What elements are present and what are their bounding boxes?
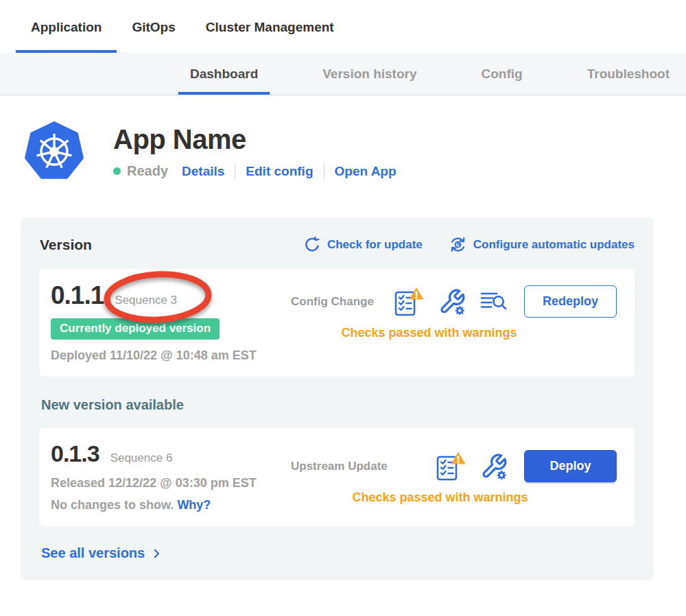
- released-timestamp: Released 12/12/22 @ 03:30 pm EST: [51, 476, 291, 490]
- current-version-number: 0.1.1: [51, 281, 104, 310]
- auto-update-schedule-icon: [449, 235, 467, 254]
- see-all-versions-label: See all versions: [41, 545, 145, 561]
- current-version-source: Config Change: [291, 295, 374, 309]
- version-section-title: Version: [40, 237, 92, 253]
- no-changes-label: No changes to show.: [51, 498, 174, 512]
- no-changes-text: No changes to show. Why?: [51, 498, 291, 512]
- divider: [324, 164, 324, 179]
- app-status-label: Ready: [127, 163, 168, 179]
- check-for-update-label: Check for update: [327, 238, 423, 252]
- current-checks-status: Checks passed with warnings: [291, 326, 617, 340]
- tab-cluster-management[interactable]: Cluster Management: [191, 0, 349, 53]
- tab-gitops-label: GitOps: [132, 20, 175, 35]
- tab-gitops[interactable]: GitOps: [117, 0, 190, 53]
- tab-version-history-label: Version history: [322, 67, 416, 82]
- available-version-sequence: Sequence 6: [110, 451, 173, 465]
- tab-troubleshoot-label: Troubleshoot: [587, 67, 670, 82]
- redeploy-button[interactable]: Redeploy: [524, 285, 617, 318]
- available-version-card: 0.1.3 Sequence 6 Released 12/12/22 @ 03:…: [40, 428, 635, 526]
- tab-dashboard[interactable]: Dashboard: [178, 53, 270, 95]
- new-version-heading: New version available: [41, 397, 635, 413]
- ready-status-dot: [113, 167, 121, 175]
- app-name-title: App Name: [113, 124, 397, 155]
- deploy-button[interactable]: Deploy: [524, 450, 617, 482]
- tab-troubleshoot[interactable]: Troubleshoot: [576, 53, 681, 95]
- details-link[interactable]: Details: [182, 164, 224, 179]
- edit-config-link[interactable]: Edit config: [246, 164, 313, 179]
- kubernetes-logo: [24, 121, 84, 182]
- version-panel: Version Check for update Configure: [21, 217, 654, 580]
- currently-deployed-badge: Currently deployed version: [51, 318, 220, 340]
- current-version-card: 0.1.1 Sequence 3 Currently deployed vers…: [40, 269, 635, 377]
- chevron-right-icon: [150, 547, 163, 560]
- available-version-number: 0.1.3: [51, 440, 99, 467]
- primary-nav: Application GitOps Cluster Management: [0, 0, 686, 53]
- why-link[interactable]: Why?: [177, 498, 211, 512]
- config-wrench-icon[interactable]: [438, 288, 466, 316]
- configure-automatic-updates-link[interactable]: Configure automatic updates: [449, 235, 635, 254]
- configure-automatic-updates-label: Configure automatic updates: [473, 238, 635, 252]
- open-app-link[interactable]: Open App: [335, 164, 397, 179]
- config-wrench-icon[interactable]: [480, 453, 508, 480]
- tab-application-label: Application: [31, 20, 102, 35]
- see-all-versions-link[interactable]: See all versions: [41, 545, 635, 561]
- available-version-source: Upstream Update: [291, 460, 388, 473]
- tab-dashboard-label: Dashboard: [190, 67, 258, 82]
- diff-magnifier-icon[interactable]: [480, 289, 508, 313]
- divider: [235, 164, 235, 179]
- current-version-sequence: Sequence 3: [115, 294, 177, 307]
- tab-application[interactable]: Application: [16, 0, 117, 53]
- tab-version-history[interactable]: Version history: [311, 53, 428, 95]
- tab-config[interactable]: Config: [470, 53, 534, 95]
- available-checks-status: Checks passed with warnings: [291, 490, 617, 505]
- preflight-checklist-warning-icon[interactable]: [435, 451, 466, 482]
- app-header: App Name Ready Details Edit config Open …: [24, 121, 686, 182]
- tab-config-label: Config: [482, 67, 523, 82]
- deployed-timestamp: Deployed 11/10/22 @ 10:48 am EST: [51, 348, 291, 363]
- tab-cluster-management-label: Cluster Management: [206, 20, 334, 35]
- app-sub-nav: Dashboard Version history Config Trouble…: [0, 53, 686, 95]
- refresh-icon: [303, 236, 321, 254]
- check-for-update-link[interactable]: Check for update: [303, 236, 423, 254]
- preflight-checklist-warning-icon[interactable]: [393, 287, 425, 317]
